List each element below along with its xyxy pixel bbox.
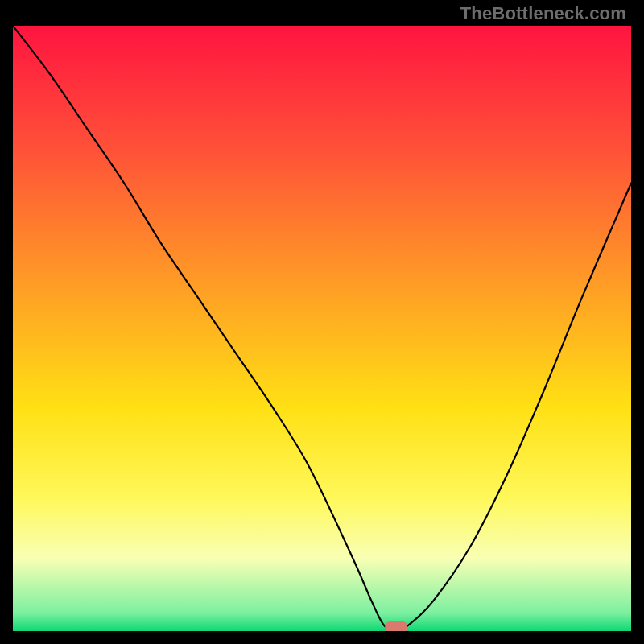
chart-frame: TheBottleneck.com	[0, 0, 644, 644]
heatmap-background	[13, 26, 631, 631]
optimal-marker	[385, 621, 407, 631]
bottleneck-chart	[13, 26, 631, 631]
watermark-text: TheBottleneck.com	[460, 3, 626, 24]
plot-area	[13, 26, 631, 631]
